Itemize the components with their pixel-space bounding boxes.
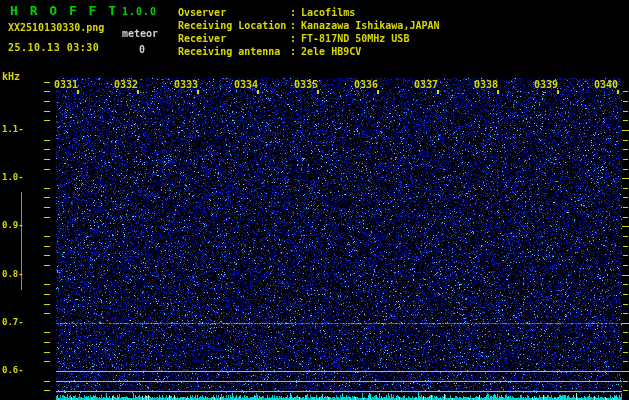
time-tick-label: 0339 (531, 80, 558, 90)
info-label: Receiving antenna (178, 45, 290, 58)
time-tick-label: 0338 (471, 80, 498, 90)
freq-tick-label: 0.8- (2, 270, 24, 279)
freq-tick-label: 0.6- (2, 366, 24, 375)
info-colon: : (290, 20, 296, 31)
time-tick-label: 0332 (111, 80, 138, 90)
freq-tick-label: 0.9- (2, 221, 24, 230)
hrofft-window: H R O F F T 1.0.0 XX2510130330.png meteo… (0, 0, 629, 400)
freq-axis-unit: kHz (2, 72, 20, 82)
time-tick-label: 0331 (51, 80, 78, 90)
station-info-row: Ovserver:Lacofilms (178, 6, 440, 19)
app-version: 1.0.0 (122, 7, 157, 17)
time-tick-label: 0337 (411, 80, 438, 90)
info-label: Receiver (178, 32, 290, 45)
info-value: Kanazawa Ishikawa,JAPAN (301, 20, 439, 31)
info-colon: : (290, 46, 296, 57)
info-value: Lacofilms (301, 7, 355, 18)
freq-tick-label: 1.1- (2, 125, 24, 134)
output-filename: XX2510130330.png (8, 23, 104, 33)
info-label: Receiving Location (178, 19, 290, 32)
info-value: FT-817ND 50MHz USB (301, 33, 409, 44)
freq-tick-label: 0.7- (2, 318, 24, 327)
station-info-row: Receiving Location:Kanazawa Ishikawa,JAP… (178, 19, 440, 32)
station-info-row: Receiving antenna:2ele HB9CV (178, 45, 440, 58)
info-colon: : (290, 33, 296, 44)
time-tick-label: 0340 (591, 80, 618, 90)
info-colon: : (290, 7, 296, 18)
station-info-row: Receiver:FT-817ND 50MHz USB (178, 32, 440, 45)
meteor-count-label: meteor (122, 29, 158, 39)
time-tick-label: 0334 (231, 80, 258, 90)
info-value: 2ele HB9CV (301, 46, 361, 57)
time-tick-label: 0336 (351, 80, 378, 90)
datetime-label: 25.10.13 03:30 (8, 43, 99, 53)
time-tick-label: 0335 (291, 80, 318, 90)
time-tick-label: 0333 (171, 80, 198, 90)
meteor-count-value: 0 (139, 45, 145, 55)
app-title: H R O F F T (10, 4, 118, 17)
info-label: Ovserver (178, 6, 290, 19)
freq-tick-label: 1.0- (2, 173, 24, 182)
station-info-block: Ovserver:LacofilmsReceiving Location:Kan… (178, 6, 440, 58)
spectrogram-canvas (0, 0, 629, 400)
